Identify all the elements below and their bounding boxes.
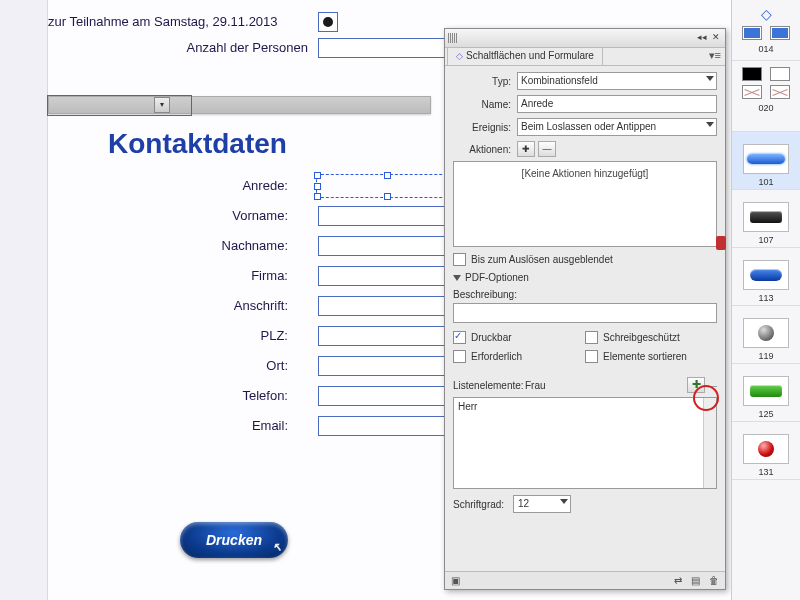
swatch-none-1[interactable] — [742, 85, 762, 99]
beschreibung-label: Beschreibung: — [453, 289, 717, 300]
input-nachname[interactable] — [318, 236, 455, 256]
rail-num-101: 101 — [732, 177, 800, 187]
remove-action-icon[interactable]: — — [538, 141, 556, 157]
print-button-label: Drucken — [206, 532, 262, 548]
listenelemente-input[interactable]: Frau — [525, 380, 684, 391]
participation-label: zur Teilnahme am Samstag, 29.11.2013 — [48, 14, 278, 29]
druckbar-checkbox[interactable] — [453, 331, 466, 344]
swatch-white[interactable] — [770, 67, 790, 81]
list-items-box[interactable]: Herr — [453, 397, 717, 489]
label-anrede: Anrede: — [108, 178, 288, 193]
panel-close-icon[interactable]: ✕ — [711, 32, 721, 42]
buttons-forms-panel: ◂◂ ✕ ◇Schaltflächen und Formulare ▾≡ Typ… — [444, 28, 726, 590]
ereignis-select[interactable]: Beim Loslassen oder Antippen — [517, 118, 717, 136]
print-button[interactable]: Drucken ↖ — [180, 522, 288, 558]
sortieren-label: Elemente sortieren — [603, 351, 687, 362]
field-anrede-selected[interactable] — [316, 174, 457, 198]
panel-tab[interactable]: ◇Schaltflächen und Formulare — [447, 47, 603, 66]
schreibgeschuetzt-label: Schreibgeschützt — [603, 332, 680, 343]
swatch-blue-2[interactable] — [770, 26, 790, 40]
left-gutter — [0, 0, 48, 600]
pdf-options-label: PDF-Optionen — [465, 272, 529, 283]
persons-row: Anzahl der Personen — [48, 40, 401, 62]
participation-row: zur Teilnahme am Samstag, 29.11.2013 — [48, 14, 401, 28]
panel-menu-icon[interactable]: ▾≡ — [709, 49, 721, 62]
rail-num-107: 107 — [732, 235, 800, 245]
typ-select[interactable]: Kombinationsfeld — [517, 72, 717, 90]
pdf-options-toggle[interactable]: PDF-Optionen — [453, 272, 717, 283]
participation-radio[interactable] — [318, 12, 338, 32]
input-telefon[interactable] — [318, 386, 455, 406]
input-ort[interactable] — [318, 356, 455, 376]
label-telefon: Telefon: — [108, 388, 288, 403]
triangle-down-icon — [453, 275, 461, 281]
thumb-113[interactable] — [743, 260, 789, 290]
library-rail: ◇ 014 020 101 107 113 119 125 131 — [731, 0, 800, 600]
panel-collapse-icon[interactable]: ◂◂ — [697, 32, 707, 42]
rail-num-020: 020 — [732, 103, 800, 113]
list-item[interactable]: Herr — [458, 401, 712, 412]
name-label: Name: — [453, 99, 511, 110]
ereignis-label: Ereignis: — [453, 122, 511, 133]
input-vorname[interactable] — [318, 206, 455, 226]
input-firma[interactable] — [318, 266, 455, 286]
swatch-black[interactable] — [742, 67, 762, 81]
sortieren-checkbox[interactable] — [585, 350, 598, 363]
label-plz: PLZ: — [108, 328, 288, 343]
label-email: Email: — [108, 418, 288, 433]
typ-label: Typ: — [453, 76, 511, 87]
persons-input[interactable] — [318, 38, 455, 58]
section-title: Kontaktdaten — [108, 128, 287, 160]
red-badge-icon — [716, 236, 726, 250]
list-scrollbar[interactable] — [703, 398, 716, 488]
input-email[interactable] — [318, 416, 455, 436]
panel-tab-label: Schaltflächen und Formulare — [466, 50, 594, 61]
beschreibung-input[interactable] — [453, 303, 717, 323]
add-list-item-icon[interactable]: ✚ — [687, 377, 705, 393]
erforderlich-label: Erforderlich — [471, 351, 522, 362]
input-anschrift[interactable] — [318, 296, 455, 316]
thumb-101[interactable] — [743, 144, 789, 174]
actions-list[interactable]: [Keine Aktionen hinzugefügt] — [453, 161, 717, 247]
thumb-131[interactable] — [743, 434, 789, 464]
thumb-119[interactable] — [743, 318, 789, 348]
panel-grip-icon[interactable] — [448, 33, 458, 43]
panel-footer: ▣ ⇄ ▤ 🗑 — [445, 571, 725, 589]
hidden-until-label: Bis zum Auslösen ausgeblendet — [471, 254, 613, 265]
cursor-icon: ↖ — [272, 540, 282, 554]
diamond-outline-icon[interactable]: ◇ — [761, 6, 772, 22]
schreibgeschuetzt-checkbox[interactable] — [585, 331, 598, 344]
separator-dropdown-icon[interactable]: ▾ — [154, 97, 170, 113]
rail-num-131: 131 — [732, 467, 800, 477]
input-plz[interactable] — [318, 326, 455, 346]
schriftgrad-select[interactable]: 12 — [513, 495, 571, 513]
panel-header[interactable]: ◂◂ ✕ — [445, 29, 725, 48]
swatch-blue[interactable] — [742, 26, 762, 40]
diamond-icon: ◇ — [456, 51, 463, 61]
label-ort: Ort: — [108, 358, 288, 373]
hidden-until-checkbox[interactable] — [453, 253, 466, 266]
separator-bar[interactable]: ▾ — [48, 96, 431, 114]
rail-num-119: 119 — [732, 351, 800, 361]
persons-label: Anzahl der Personen — [108, 40, 308, 55]
name-input[interactable]: Anrede — [517, 95, 717, 113]
label-nachname: Nachname: — [108, 238, 288, 253]
rail-num-014: 014 — [732, 44, 800, 54]
aktionen-label: Aktionen: — [453, 144, 511, 155]
add-action-icon[interactable]: ✚ — [517, 141, 535, 157]
label-anschrift: Anschrift: — [108, 298, 288, 313]
label-vorname: Vorname: — [108, 208, 288, 223]
druckbar-label: Druckbar — [471, 332, 512, 343]
erforderlich-checkbox[interactable] — [453, 350, 466, 363]
footer-new-icon[interactable]: ▤ — [691, 575, 700, 586]
thumb-125[interactable] — [743, 376, 789, 406]
preview-icon[interactable]: ▣ — [451, 575, 460, 586]
list-more-icon[interactable]: — — [707, 380, 717, 391]
footer-trash-icon[interactable]: 🗑 — [709, 575, 719, 586]
listenelemente-label: Listenelemente: — [453, 380, 525, 391]
thumb-107[interactable] — [743, 202, 789, 232]
rail-num-113: 113 — [732, 293, 800, 303]
footer-convert-icon[interactable]: ⇄ — [674, 575, 682, 586]
swatch-none-2[interactable] — [770, 85, 790, 99]
rail-num-125: 125 — [732, 409, 800, 419]
